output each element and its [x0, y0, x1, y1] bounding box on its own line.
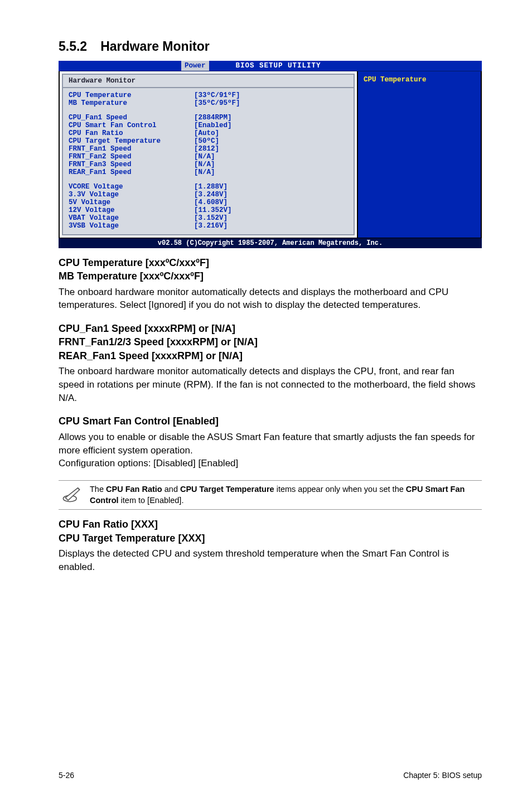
paragraph: The onboard hardware monitor automatical…	[59, 365, 482, 404]
paragraph: The onboard hardware monitor automatical…	[59, 286, 482, 312]
note-box: The CPU Fan Ratio and CPU Target Tempera…	[59, 480, 482, 510]
bios-row: 3VSB Voltage[3.216V]	[69, 222, 348, 230]
bios-row: FRNT_Fan3 Speed[N/A]	[69, 161, 348, 168]
bios-tab-power: Power	[181, 61, 209, 71]
section-heading: 5.5.2Hardware Monitor	[59, 39, 482, 54]
bios-row: CPU_Fan1 Speed[2884RPM]	[69, 114, 348, 122]
bios-row: CPU Fan Ratio[Auto]	[69, 129, 348, 137]
bios-topbar: Power BIOS SETUP UTILITY	[59, 61, 482, 71]
bios-row: VCORE Voltage[1.288V]	[69, 183, 348, 191]
bios-row: REAR_Fan1 Speed[N/A]	[69, 168, 348, 176]
bios-left-panel: Hardware Monitor CPU Temperature[33ºC/91…	[62, 74, 355, 235]
bios-row: FRNT_Fan2 Speed[N/A]	[69, 153, 348, 161]
note-icon	[59, 485, 86, 505]
paragraph: Allows you to enable or disable the ASUS…	[59, 431, 482, 470]
subheading-fan-speeds: CPU_Fan1 Speed [xxxxRPM] or [N/A] FRNT_F…	[59, 322, 482, 363]
bios-screenshot: Power BIOS SETUP UTILITY Hardware Monito…	[59, 61, 482, 248]
bios-row: 12V Voltage[11.352V]	[69, 206, 348, 214]
subheading-smart-fan: CPU Smart Fan Control [Enabled]	[59, 414, 482, 428]
bios-row: MB Temperature[35ºC/95ºF]	[69, 99, 348, 107]
paragraph: Displays the detected CPU and system thr…	[59, 547, 482, 574]
page-footer: 5-26 Chapter 5: BIOS setup	[59, 771, 482, 780]
bios-row: VBAT Voltage[3.152V]	[69, 214, 348, 222]
bios-title: BIOS SETUP UTILITY	[209, 61, 321, 71]
section-title: Hardware Monitor	[100, 39, 210, 54]
bios-row: 3.3V Voltage[3.248V]	[69, 191, 348, 199]
subheading-fan-ratio-target: CPU Fan Ratio [XXX] CPU Target Temperatu…	[59, 518, 482, 545]
section-number: 5.5.2	[59, 39, 87, 54]
bios-copyright-footer: v02.58 (C)Copyright 1985-2007, American …	[59, 238, 482, 248]
bios-row: CPU Smart Fan Control[Enabled]	[69, 122, 348, 129]
page-number: 5-26	[59, 771, 74, 780]
note-text: The CPU Fan Ratio and CPU Target Tempera…	[86, 484, 482, 506]
bios-row: FRNT_Fan1 Speed[2812]	[69, 145, 348, 153]
subheading-cpu-mb-temp: CPU Temperature [xxxºC/xxxºF] MB Tempera…	[59, 256, 482, 283]
bios-row: CPU Target Temperature[50ºC]	[69, 137, 348, 145]
chapter-label: Chapter 5: BIOS setup	[403, 771, 482, 780]
bios-panel-header: Hardware Monitor	[69, 77, 348, 86]
bios-right-panel: CPU Temperature	[357, 71, 481, 238]
bios-help-text: CPU Temperature	[364, 76, 427, 84]
bios-row: CPU Temperature[33ºC/91ºF]	[69, 91, 348, 99]
bios-row: 5V Voltage[4.608V]	[69, 199, 348, 206]
